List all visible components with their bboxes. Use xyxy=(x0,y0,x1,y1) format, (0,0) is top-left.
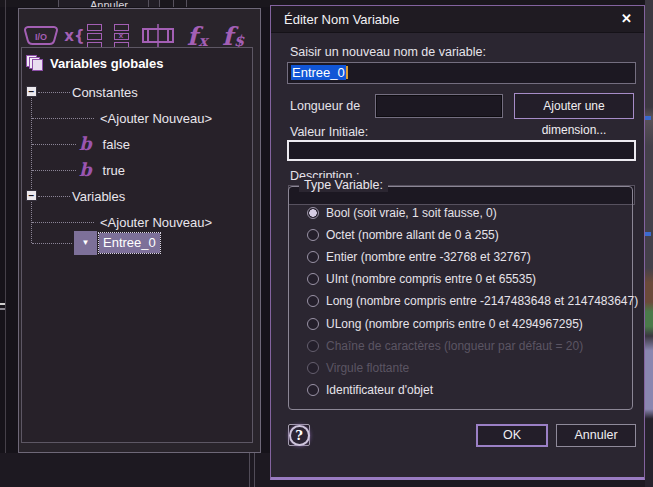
tree-connector xyxy=(32,170,76,171)
variable-dropdown-button[interactable]: ▼ xyxy=(74,231,97,255)
radio-identificateur-objet[interactable]: Identificateur d'objet xyxy=(307,383,433,397)
length-input[interactable] xyxy=(375,94,503,118)
tree-root-variables-globales[interactable]: Variables globales xyxy=(26,51,163,75)
fx-function-icon[interactable]: f x xyxy=(179,24,215,49)
block-x-icon[interactable]: x xyxy=(105,24,137,49)
tree-connector xyxy=(31,92,32,243)
selected-text: Entree_0 xyxy=(291,65,346,80)
radio-ulong[interactable]: ULong (nombre compris entre 0 et 4294967… xyxy=(307,317,583,331)
f-dollar-function-icon[interactable]: f $ xyxy=(215,24,251,49)
add-dimension-button[interactable]: Ajouter une dimension... xyxy=(514,93,634,119)
tree-item-false[interactable]: b false xyxy=(79,133,130,155)
radio-icon xyxy=(307,318,319,330)
edit-variable-dialog: Éditer Nom Variable ✕ Saisir un nouveau … xyxy=(270,5,645,480)
radio-selected-icon xyxy=(307,207,319,219)
background-fragment xyxy=(645,232,651,236)
background-annuler-button: Annuler xyxy=(58,0,160,7)
length-label: Longueur de xyxy=(290,99,360,113)
io-icon[interactable]: I/O xyxy=(21,23,61,49)
radio-icon xyxy=(307,251,319,263)
type-variable-group-label: Type Variable: xyxy=(299,178,388,192)
radio-icon xyxy=(307,273,319,285)
text-caret xyxy=(346,66,348,79)
radio-disabled-icon xyxy=(307,340,319,352)
variables-panel: I/O x{ x f x xyxy=(18,8,261,453)
variable-name-input[interactable]: Entree_0 xyxy=(287,62,636,84)
tree-connector xyxy=(32,118,94,119)
background-window-edge xyxy=(5,0,6,487)
background-divider xyxy=(186,0,187,7)
tree-item-variables[interactable]: Variables xyxy=(72,185,125,207)
dialog-title: Éditer Nom Variable xyxy=(284,12,399,27)
initial-value-label: Valeur Initiale: xyxy=(290,125,368,139)
ok-button[interactable]: OK xyxy=(476,424,548,447)
radio-virgule-flottante: Virgule flottante xyxy=(307,361,409,375)
dialog-titlebar: Éditer Nom Variable ✕ xyxy=(271,6,644,33)
radio-bool[interactable]: Bool (soit vraie, 1 soit fausse, 0) xyxy=(307,206,497,220)
chevron-down-icon: ▼ xyxy=(82,238,90,247)
background-divider xyxy=(173,0,174,7)
bool-icon: b xyxy=(79,135,92,153)
radio-octet[interactable]: Octet (nombre allant de 0 à 255) xyxy=(307,228,499,242)
radio-chaine-caracteres: Chaîne de caractères (longueur par défau… xyxy=(307,339,583,353)
tree-item-constantes[interactable]: Constantes xyxy=(72,81,138,103)
background-fragment xyxy=(645,116,651,120)
background-fragment xyxy=(0,308,5,310)
radio-uint[interactable]: UInt (nombre compris entre 0 et 65535) xyxy=(307,272,536,286)
radio-icon xyxy=(307,295,319,307)
radio-icon xyxy=(307,384,319,396)
declare-variable-icon[interactable]: x{ xyxy=(61,23,105,49)
tree-connector xyxy=(38,92,70,93)
tree-connector xyxy=(32,144,76,145)
close-icon[interactable]: ✕ xyxy=(621,11,632,26)
radio-entier[interactable]: Entier (nombre entre -32768 et 32767) xyxy=(307,250,531,264)
background-divider xyxy=(254,453,255,487)
global-variables-icon xyxy=(26,55,44,71)
svg-text:I/O: I/O xyxy=(35,32,47,42)
initial-value-input[interactable] xyxy=(287,140,636,161)
help-button[interactable]: ? xyxy=(288,424,310,446)
node-block-icon[interactable] xyxy=(137,22,179,50)
help-icon: ? xyxy=(291,427,308,444)
collapse-icon[interactable]: − xyxy=(26,86,37,97)
radio-disabled-icon xyxy=(307,362,319,374)
background-divider xyxy=(148,0,149,7)
tree-item-entree-0-selected[interactable]: Entree_0 xyxy=(99,233,160,253)
background-desktop-strip xyxy=(645,0,653,487)
tree-connector xyxy=(38,196,70,197)
radio-long[interactable]: Long (nombre compris entre -2147483648 e… xyxy=(307,294,638,308)
variables-tree: Variables globales − Constantes <Ajouter… xyxy=(21,47,253,443)
radio-icon xyxy=(307,229,319,241)
tree-item-ajouter-nouveau-variable[interactable]: <Ajouter Nouveau> xyxy=(100,211,212,233)
collapse-icon[interactable]: − xyxy=(26,190,37,201)
tree-item-ajouter-nouveau-constante[interactable]: <Ajouter Nouveau> xyxy=(100,107,212,129)
type-variable-groupbox: Type Variable: Bool (soit vraie, 1 soit … xyxy=(288,186,633,410)
cancel-button[interactable]: Annuler xyxy=(556,424,636,447)
background-divider xyxy=(249,453,250,487)
tree-connector xyxy=(32,243,72,244)
bool-icon: b xyxy=(79,161,92,179)
tree-item-true[interactable]: b true xyxy=(79,159,125,181)
tree-root-label: Variables globales xyxy=(50,56,163,71)
tree-connector xyxy=(32,222,94,223)
name-label: Saisir un nouveau nom de variable: xyxy=(290,45,486,59)
background-fragment xyxy=(0,303,5,305)
